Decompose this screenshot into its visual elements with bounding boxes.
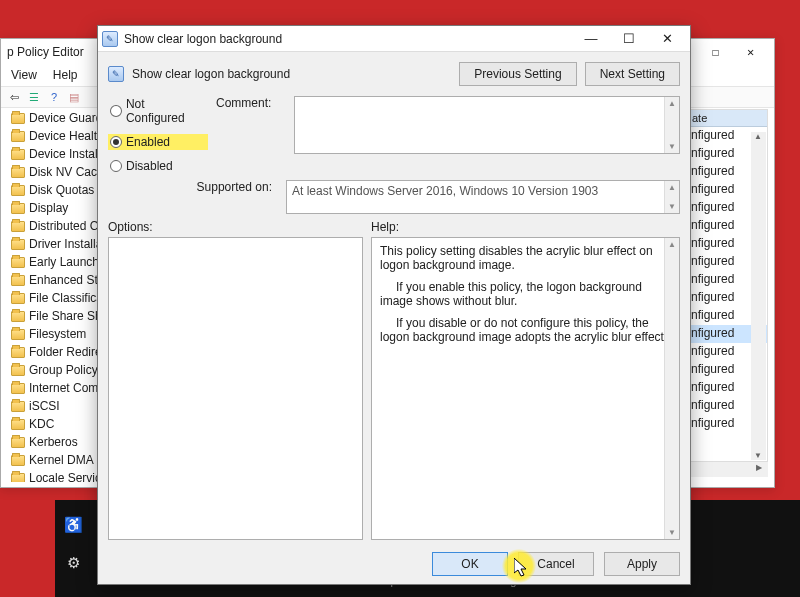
policy-dialog: ✎ Show clear logon background — ☐ ✕ ✎ Sh…	[97, 25, 691, 585]
radio-label: Enabled	[126, 135, 170, 149]
radio-icon	[110, 136, 122, 148]
folder-icon	[11, 149, 25, 160]
dialog-minimize-button[interactable]: —	[572, 27, 610, 51]
scrollbar-vertical[interactable]	[664, 181, 679, 213]
scrollbar-vertical[interactable]	[664, 238, 679, 539]
menu-view[interactable]: View	[5, 66, 43, 84]
folder-icon	[11, 293, 25, 304]
radio-enabled[interactable]: Enabled	[108, 134, 208, 150]
tree-item-label: Group Policy	[29, 363, 98, 377]
help-text: If you enable this policy, the logon bac…	[380, 280, 671, 308]
supported-label: Supported on:	[108, 180, 278, 194]
options-panel	[108, 237, 363, 540]
toolbar-back-icon[interactable]: ⇦	[5, 88, 23, 106]
radio-label: Disabled	[126, 159, 173, 173]
radio-label: Not Configured	[126, 97, 206, 125]
folder-icon	[11, 239, 25, 250]
toolbar-props-icon[interactable]: ▤	[65, 88, 83, 106]
tree-item-label: Display	[29, 201, 68, 215]
tree-item-label: Device Guard	[29, 111, 102, 125]
comment-textbox[interactable]	[294, 96, 680, 154]
cancel-button[interactable]: Cancel	[518, 552, 594, 576]
folder-icon	[11, 365, 25, 376]
tree-item-label: Disk Quotas	[29, 183, 94, 197]
next-setting-button[interactable]: Next Setting	[585, 62, 680, 86]
folder-icon	[11, 383, 25, 394]
dialog-titlebar[interactable]: ✎ Show clear logon background — ☐ ✕	[98, 26, 690, 52]
options-label: Options:	[108, 220, 363, 234]
toolbar-help-icon[interactable]: ?	[45, 88, 63, 106]
gpe-list-header[interactable]: ate	[687, 110, 767, 127]
dialog-maximize-button[interactable]: ☐	[610, 27, 648, 51]
help-panel: This policy setting disables the acrylic…	[371, 237, 680, 540]
folder-icon	[11, 401, 25, 412]
ok-button[interactable]: OK	[432, 552, 508, 576]
policy-icon: ✎	[102, 31, 118, 47]
folder-icon	[11, 455, 25, 466]
gpe-settings-list[interactable]: ate nfigurednfigurednfigurednfigurednfig…	[686, 109, 768, 462]
help-text: If you disable or do not configure this …	[380, 316, 671, 344]
folder-icon	[11, 275, 25, 286]
menu-help[interactable]: Help	[47, 66, 84, 84]
supported-on-value: At least Windows Server 2016, Windows 10…	[292, 184, 598, 198]
folder-icon	[11, 131, 25, 142]
supported-on-box: At least Windows Server 2016, Windows 10…	[286, 180, 680, 214]
folder-icon	[11, 473, 25, 483]
radio-icon	[110, 105, 122, 117]
radio-not-configured[interactable]: Not Configured	[108, 96, 208, 126]
tree-item-label: KDC	[29, 417, 54, 431]
folder-icon	[11, 311, 25, 322]
radio-disabled[interactable]: Disabled	[108, 158, 208, 174]
dialog-footer: OK Cancel Apply	[98, 544, 690, 584]
accessibility-icon[interactable]: ♿	[64, 516, 83, 534]
folder-icon	[11, 167, 25, 178]
gpe-maximize-button[interactable]: ☐	[698, 41, 733, 63]
folder-icon	[11, 437, 25, 448]
tree-item-label: Filesystem	[29, 327, 86, 341]
folder-icon	[11, 185, 25, 196]
help-text: This policy setting disables the acrylic…	[380, 244, 671, 272]
folder-icon	[11, 347, 25, 358]
gpe-close-button[interactable]: ✕	[733, 41, 768, 63]
policy-icon: ✎	[108, 66, 124, 82]
toolbar-list-icon[interactable]: ☰	[25, 88, 43, 106]
apply-button[interactable]: Apply	[604, 552, 680, 576]
scrollbar-vertical[interactable]	[751, 132, 766, 460]
radio-icon	[110, 160, 122, 172]
comment-label: Comment:	[216, 96, 286, 110]
folder-icon	[11, 329, 25, 340]
tree-item-label: iSCSI	[29, 399, 60, 413]
tree-item-label: Kerberos	[29, 435, 78, 449]
folder-icon	[11, 221, 25, 232]
settings-gear-icon[interactable]: ⚙	[67, 554, 80, 572]
folder-icon	[11, 203, 25, 214]
setting-name: Show clear logon background	[132, 67, 451, 81]
scrollbar-vertical[interactable]	[664, 97, 679, 153]
folder-icon	[11, 113, 25, 124]
dialog-title: Show clear logon background	[124, 32, 572, 46]
folder-icon	[11, 419, 25, 430]
folder-icon	[11, 257, 25, 268]
help-label: Help:	[371, 220, 680, 234]
previous-setting-button[interactable]: Previous Setting	[459, 62, 576, 86]
dialog-close-button[interactable]: ✕	[648, 27, 686, 51]
